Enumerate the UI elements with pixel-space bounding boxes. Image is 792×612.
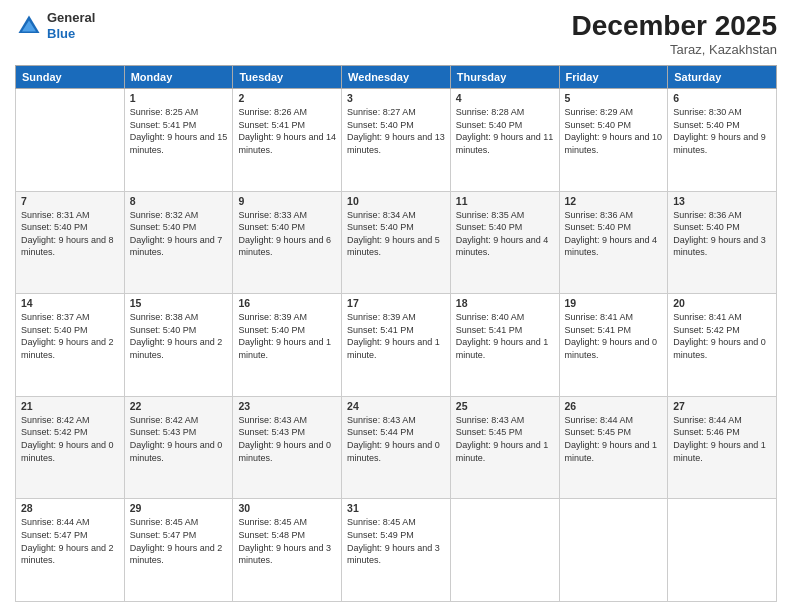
day-number: 28 <box>21 502 119 514</box>
day-info: Sunrise: 8:26 AMSunset: 5:41 PMDaylight:… <box>238 106 336 156</box>
day-info: Sunrise: 8:42 AMSunset: 5:42 PMDaylight:… <box>21 414 119 464</box>
day-info: Sunrise: 8:45 AMSunset: 5:49 PMDaylight:… <box>347 516 445 566</box>
day-info: Sunrise: 8:30 AMSunset: 5:40 PMDaylight:… <box>673 106 771 156</box>
logo-text: General Blue <box>47 10 95 41</box>
logo-blue: Blue <box>47 26 75 41</box>
day-number: 15 <box>130 297 228 309</box>
day-number: 9 <box>238 195 336 207</box>
day-number: 23 <box>238 400 336 412</box>
day-number: 1 <box>130 92 228 104</box>
calendar-cell: 30Sunrise: 8:45 AMSunset: 5:48 PMDayligh… <box>233 499 342 602</box>
calendar-cell: 3Sunrise: 8:27 AMSunset: 5:40 PMDaylight… <box>342 89 451 192</box>
week-row-2: 14Sunrise: 8:37 AMSunset: 5:40 PMDayligh… <box>16 294 777 397</box>
logo-icon <box>15 12 43 40</box>
day-info: Sunrise: 8:32 AMSunset: 5:40 PMDaylight:… <box>130 209 228 259</box>
day-number: 22 <box>130 400 228 412</box>
month-title: December 2025 <box>572 10 777 42</box>
day-info: Sunrise: 8:44 AMSunset: 5:46 PMDaylight:… <box>673 414 771 464</box>
calendar-cell: 22Sunrise: 8:42 AMSunset: 5:43 PMDayligh… <box>124 396 233 499</box>
day-info: Sunrise: 8:34 AMSunset: 5:40 PMDaylight:… <box>347 209 445 259</box>
day-info: Sunrise: 8:40 AMSunset: 5:41 PMDaylight:… <box>456 311 554 361</box>
calendar-cell: 8Sunrise: 8:32 AMSunset: 5:40 PMDaylight… <box>124 191 233 294</box>
calendar-cell: 12Sunrise: 8:36 AMSunset: 5:40 PMDayligh… <box>559 191 668 294</box>
calendar-cell: 6Sunrise: 8:30 AMSunset: 5:40 PMDaylight… <box>668 89 777 192</box>
calendar-cell: 7Sunrise: 8:31 AMSunset: 5:40 PMDaylight… <box>16 191 125 294</box>
day-info: Sunrise: 8:45 AMSunset: 5:48 PMDaylight:… <box>238 516 336 566</box>
calendar-cell: 2Sunrise: 8:26 AMSunset: 5:41 PMDaylight… <box>233 89 342 192</box>
day-number: 13 <box>673 195 771 207</box>
calendar-cell <box>16 89 125 192</box>
calendar-cell: 24Sunrise: 8:43 AMSunset: 5:44 PMDayligh… <box>342 396 451 499</box>
day-number: 2 <box>238 92 336 104</box>
title-block: December 2025 Taraz, Kazakhstan <box>572 10 777 57</box>
col-header-friday: Friday <box>559 66 668 89</box>
day-info: Sunrise: 8:36 AMSunset: 5:40 PMDaylight:… <box>673 209 771 259</box>
col-header-tuesday: Tuesday <box>233 66 342 89</box>
calendar-cell <box>559 499 668 602</box>
day-number: 27 <box>673 400 771 412</box>
day-info: Sunrise: 8:43 AMSunset: 5:44 PMDaylight:… <box>347 414 445 464</box>
header-row: SundayMondayTuesdayWednesdayThursdayFrid… <box>16 66 777 89</box>
week-row-1: 7Sunrise: 8:31 AMSunset: 5:40 PMDaylight… <box>16 191 777 294</box>
day-number: 6 <box>673 92 771 104</box>
day-number: 16 <box>238 297 336 309</box>
day-number: 8 <box>130 195 228 207</box>
day-info: Sunrise: 8:37 AMSunset: 5:40 PMDaylight:… <box>21 311 119 361</box>
calendar-cell: 5Sunrise: 8:29 AMSunset: 5:40 PMDaylight… <box>559 89 668 192</box>
location: Taraz, Kazakhstan <box>572 42 777 57</box>
day-number: 21 <box>21 400 119 412</box>
calendar-cell: 28Sunrise: 8:44 AMSunset: 5:47 PMDayligh… <box>16 499 125 602</box>
logo: General Blue <box>15 10 95 41</box>
day-number: 26 <box>565 400 663 412</box>
day-info: Sunrise: 8:39 AMSunset: 5:41 PMDaylight:… <box>347 311 445 361</box>
day-number: 10 <box>347 195 445 207</box>
calendar-cell: 31Sunrise: 8:45 AMSunset: 5:49 PMDayligh… <box>342 499 451 602</box>
day-number: 24 <box>347 400 445 412</box>
day-number: 31 <box>347 502 445 514</box>
header: General Blue December 2025 Taraz, Kazakh… <box>15 10 777 57</box>
calendar-cell: 9Sunrise: 8:33 AMSunset: 5:40 PMDaylight… <box>233 191 342 294</box>
day-info: Sunrise: 8:36 AMSunset: 5:40 PMDaylight:… <box>565 209 663 259</box>
day-number: 30 <box>238 502 336 514</box>
calendar-cell: 13Sunrise: 8:36 AMSunset: 5:40 PMDayligh… <box>668 191 777 294</box>
calendar-cell: 20Sunrise: 8:41 AMSunset: 5:42 PMDayligh… <box>668 294 777 397</box>
calendar-cell: 15Sunrise: 8:38 AMSunset: 5:40 PMDayligh… <box>124 294 233 397</box>
week-row-0: 1Sunrise: 8:25 AMSunset: 5:41 PMDaylight… <box>16 89 777 192</box>
logo-general: General <box>47 10 95 25</box>
calendar-cell: 29Sunrise: 8:45 AMSunset: 5:47 PMDayligh… <box>124 499 233 602</box>
day-info: Sunrise: 8:45 AMSunset: 5:47 PMDaylight:… <box>130 516 228 566</box>
calendar-cell: 17Sunrise: 8:39 AMSunset: 5:41 PMDayligh… <box>342 294 451 397</box>
calendar-cell <box>450 499 559 602</box>
day-info: Sunrise: 8:43 AMSunset: 5:43 PMDaylight:… <box>238 414 336 464</box>
day-number: 17 <box>347 297 445 309</box>
calendar-cell: 19Sunrise: 8:41 AMSunset: 5:41 PMDayligh… <box>559 294 668 397</box>
day-info: Sunrise: 8:44 AMSunset: 5:45 PMDaylight:… <box>565 414 663 464</box>
day-info: Sunrise: 8:38 AMSunset: 5:40 PMDaylight:… <box>130 311 228 361</box>
col-header-sunday: Sunday <box>16 66 125 89</box>
col-header-wednesday: Wednesday <box>342 66 451 89</box>
calendar-cell: 11Sunrise: 8:35 AMSunset: 5:40 PMDayligh… <box>450 191 559 294</box>
page: General Blue December 2025 Taraz, Kazakh… <box>0 0 792 612</box>
calendar-cell <box>668 499 777 602</box>
day-info: Sunrise: 8:39 AMSunset: 5:40 PMDaylight:… <box>238 311 336 361</box>
day-info: Sunrise: 8:31 AMSunset: 5:40 PMDaylight:… <box>21 209 119 259</box>
calendar-cell: 27Sunrise: 8:44 AMSunset: 5:46 PMDayligh… <box>668 396 777 499</box>
day-number: 19 <box>565 297 663 309</box>
day-number: 5 <box>565 92 663 104</box>
day-number: 7 <box>21 195 119 207</box>
calendar-cell: 23Sunrise: 8:43 AMSunset: 5:43 PMDayligh… <box>233 396 342 499</box>
day-info: Sunrise: 8:43 AMSunset: 5:45 PMDaylight:… <box>456 414 554 464</box>
day-number: 11 <box>456 195 554 207</box>
day-info: Sunrise: 8:25 AMSunset: 5:41 PMDaylight:… <box>130 106 228 156</box>
day-number: 29 <box>130 502 228 514</box>
day-number: 4 <box>456 92 554 104</box>
day-number: 14 <box>21 297 119 309</box>
calendar-cell: 1Sunrise: 8:25 AMSunset: 5:41 PMDaylight… <box>124 89 233 192</box>
calendar-cell: 10Sunrise: 8:34 AMSunset: 5:40 PMDayligh… <box>342 191 451 294</box>
day-info: Sunrise: 8:41 AMSunset: 5:41 PMDaylight:… <box>565 311 663 361</box>
day-info: Sunrise: 8:42 AMSunset: 5:43 PMDaylight:… <box>130 414 228 464</box>
day-info: Sunrise: 8:33 AMSunset: 5:40 PMDaylight:… <box>238 209 336 259</box>
day-number: 3 <box>347 92 445 104</box>
calendar-cell: 25Sunrise: 8:43 AMSunset: 5:45 PMDayligh… <box>450 396 559 499</box>
day-number: 12 <box>565 195 663 207</box>
